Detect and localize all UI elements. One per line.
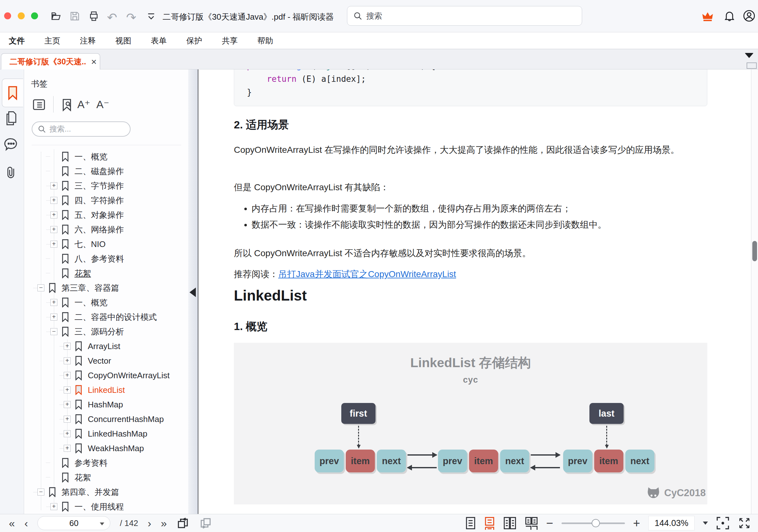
expand-toggle[interactable] [51, 211, 57, 218]
fit-page-icon[interactable] [716, 516, 730, 530]
bookmark-tree-item[interactable]: 二、磁盘操作 [24, 164, 188, 179]
menu-view[interactable]: 视图 [115, 36, 131, 46]
expand-toggle[interactable] [64, 372, 71, 379]
close-window-button[interactable] [4, 12, 11, 19]
bookmark-tree-item[interactable]: 一、概览 [24, 295, 188, 310]
bookmark-tree-item[interactable]: 参考资料 [24, 456, 188, 470]
expand-toggle[interactable] [64, 445, 71, 452]
decrease-font-icon[interactable]: A⁻ [96, 98, 109, 111]
facing-continuous-view-icon[interactable] [525, 516, 538, 530]
maximize-window-button[interactable] [31, 12, 38, 19]
bookmark-tree-item[interactable]: 花絮 [24, 266, 188, 281]
menu-home[interactable]: 主页 [44, 36, 60, 46]
rail-attachments-tab[interactable] [4, 164, 18, 180]
first-page-icon[interactable]: « [9, 518, 15, 528]
bookmark-tree-item[interactable]: 花絮 [24, 470, 188, 485]
bookmark-tree-item[interactable]: Vector [24, 353, 188, 368]
pdf-page-view[interactable]: private E get(Object[] a, int index) { r… [198, 69, 751, 514]
zoom-dropdown-icon[interactable] [703, 521, 708, 525]
bookmark-tree-item[interactable]: ConcurrentHashMap [24, 412, 188, 426]
rail-pages-tab[interactable] [4, 110, 18, 126]
document-tab[interactable]: 二哥修订版《30天速... × [1, 53, 100, 70]
main-scrollbar-track[interactable] [751, 69, 758, 514]
zoom-out-icon[interactable]: − [546, 517, 553, 529]
bookmark-search-input[interactable]: 搜索... [32, 122, 130, 137]
bookmark-tree-item[interactable]: 一、使用线程 [24, 499, 188, 514]
bookmark-tree-item[interactable]: 四、字符操作 [24, 193, 188, 208]
continuous-view-icon[interactable] [484, 516, 495, 530]
bookmark-tree-item[interactable]: WeakHashMap [24, 441, 188, 456]
undo-icon[interactable]: ↶ [107, 11, 117, 24]
print-icon[interactable] [88, 11, 99, 22]
recommend-link[interactable]: 吊打Java并发面试官之CopyOnWriteArrayList [278, 269, 456, 279]
expand-toggle[interactable] [51, 299, 57, 306]
expand-toggle[interactable] [51, 328, 57, 335]
menu-form[interactable]: 表单 [151, 36, 167, 46]
next-page-icon[interactable]: › [148, 518, 151, 528]
zoom-level-value[interactable]: 144.03% [648, 516, 695, 530]
increase-font-icon[interactable]: A⁺ [77, 98, 90, 111]
last-page-icon[interactable]: » [161, 518, 167, 528]
page-dropdown-icon[interactable] [100, 522, 104, 525]
bookmark-tree-item[interactable]: LinkedHashMap [24, 426, 188, 441]
bookmark-tree-item-selected[interactable]: LinkedList [24, 383, 188, 397]
bookmark-tree-item[interactable]: 第三章、容器篇 [24, 281, 188, 295]
bookmark-tree-item[interactable]: 二、容器中的设计模式 [24, 310, 188, 324]
expand-toggle[interactable] [64, 430, 71, 437]
expand-toggle[interactable] [64, 416, 71, 423]
expand-toggle[interactable] [51, 241, 57, 248]
redo-icon[interactable]: ↷ [126, 11, 136, 24]
fullscreen-icon[interactable] [738, 516, 751, 530]
global-search-input[interactable]: 搜索 [347, 6, 582, 26]
expand-toggle[interactable] [51, 226, 57, 233]
bookmark-tree-item[interactable]: 八、参考资料 [24, 251, 188, 266]
expand-toggle[interactable] [37, 488, 44, 496]
bookmark-list-options-icon[interactable] [32, 97, 46, 112]
bookmark-tree-item[interactable]: 第四章、并发篇 [24, 485, 188, 499]
expand-toggle[interactable] [51, 503, 57, 510]
bookmark-tree-item[interactable]: 七、NIO [24, 237, 188, 251]
membership-crown-icon[interactable] [701, 10, 714, 23]
bookmark-tree-item[interactable]: 一、概览 [24, 149, 188, 164]
page-number-input[interactable]: 60 [37, 516, 110, 530]
expand-toggle[interactable] [64, 343, 71, 350]
expand-toggle[interactable] [64, 401, 71, 408]
account-avatar-icon[interactable] [743, 10, 755, 22]
minimize-window-button[interactable] [18, 12, 25, 19]
main-scrollbar-thumb[interactable] [752, 241, 757, 261]
menu-comment[interactable]: 注释 [80, 36, 96, 46]
bookmark-tree-item[interactable]: HashMap [24, 397, 188, 412]
open-file-icon[interactable] [50, 11, 61, 22]
menu-help[interactable]: 帮助 [257, 36, 273, 46]
next-view-icon[interactable] [199, 516, 212, 530]
previous-view-icon[interactable] [176, 516, 190, 530]
single-page-view-icon[interactable] [465, 516, 476, 530]
bookmark-tree-item[interactable]: CopyOnWriteArrayList [24, 368, 188, 383]
bookmark-tree-item[interactable]: ArrayList [24, 339, 188, 353]
rail-comments-tab[interactable] [4, 137, 18, 152]
zoom-in-icon[interactable]: + [633, 517, 640, 529]
save-icon[interactable] [69, 11, 81, 22]
zoom-slider[interactable] [562, 519, 625, 527]
bookmark-tree-item[interactable]: 六、网络操作 [24, 222, 188, 237]
tab-list-dropdown-icon[interactable] [745, 53, 754, 58]
tab-close-icon[interactable]: × [91, 57, 97, 67]
toolbar-more-icon[interactable] [145, 10, 157, 22]
expand-toggle[interactable] [51, 182, 57, 189]
menu-file[interactable]: 文件 [9, 36, 25, 46]
menu-share[interactable]: 共享 [222, 36, 238, 46]
expand-toggle[interactable] [64, 386, 71, 393]
zoom-slider-thumb[interactable] [592, 519, 600, 527]
expand-toggle[interactable] [51, 197, 57, 204]
sidebar-collapse-handle[interactable] [190, 288, 196, 297]
bookmark-tree-item[interactable]: 三、字节操作 [24, 179, 188, 193]
rail-bookmarks-tab[interactable] [2, 79, 23, 107]
previous-page-icon[interactable]: ‹ [24, 518, 28, 528]
menu-protect[interactable]: 保护 [186, 36, 202, 46]
expand-toggle[interactable] [64, 357, 71, 364]
expand-toggle[interactable] [51, 314, 57, 321]
expand-toggle[interactable] [37, 284, 44, 291]
bookmark-tree-item[interactable]: 三、源码分析 [24, 324, 188, 339]
bookmark-tree-item[interactable]: 五、对象操作 [24, 208, 188, 222]
facing-view-icon[interactable] [503, 516, 517, 530]
